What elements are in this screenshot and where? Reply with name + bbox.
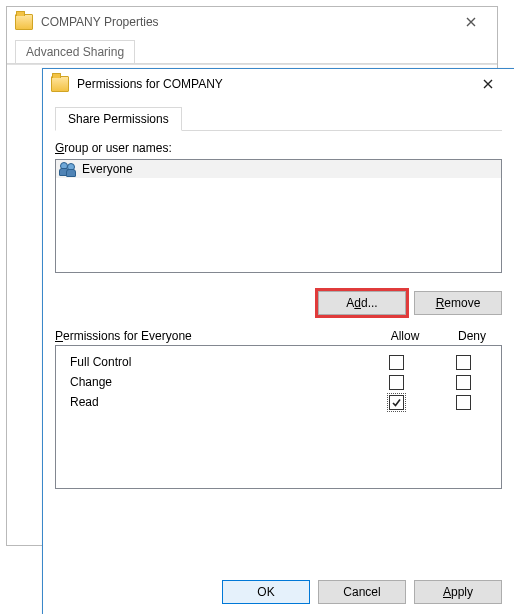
col-deny: Deny (442, 329, 502, 343)
dialog-buttons: OK Cancel Apply (43, 580, 514, 604)
cancel-button[interactable]: Cancel (318, 580, 406, 604)
permissions-grid: Full Control Change Read (55, 345, 502, 489)
permissions-header: Permissions for Everyone Allow Deny (55, 329, 502, 343)
list-item-label: Everyone (82, 162, 133, 176)
properties-tabstrip: Advanced Sharing (7, 37, 497, 64)
properties-close-button[interactable] (453, 9, 489, 35)
apply-button[interactable]: Apply (414, 580, 502, 604)
perm-row-full-control: Full Control (64, 352, 493, 372)
group-user-list[interactable]: Everyone (55, 159, 502, 273)
checkbox-change-allow[interactable] (389, 375, 404, 390)
checkbox-read-allow[interactable] (389, 395, 404, 410)
permissions-close-button[interactable] (470, 71, 506, 97)
permissions-title: Permissions for COMPANY (77, 77, 223, 91)
add-button[interactable]: Add... (318, 291, 406, 315)
tab-share-permissions[interactable]: Share Permissions (55, 107, 182, 131)
checkbox-read-deny[interactable] (456, 395, 471, 410)
checkbox-full-allow[interactable] (389, 355, 404, 370)
remove-button[interactable]: Remove (414, 291, 502, 315)
perm-row-read: Read (64, 392, 493, 412)
col-allow: Allow (368, 329, 442, 343)
folder-icon (51, 76, 69, 92)
properties-title: COMPANY Properties (41, 15, 159, 29)
checkbox-full-deny[interactable] (456, 355, 471, 370)
close-icon (466, 17, 476, 27)
perm-row-change: Change (64, 372, 493, 392)
properties-titlebar: COMPANY Properties (7, 7, 497, 37)
permissions-dialog: Permissions for COMPANY Share Permission… (42, 68, 514, 614)
folder-icon (15, 14, 33, 30)
tab-advanced-sharing[interactable]: Advanced Sharing (15, 40, 135, 63)
ok-button[interactable]: OK (222, 580, 310, 604)
close-icon (483, 79, 493, 89)
list-item-everyone[interactable]: Everyone (56, 160, 501, 178)
checkbox-change-deny[interactable] (456, 375, 471, 390)
group-icon (60, 162, 76, 176)
group-names-label: Group or user names: (55, 141, 502, 155)
permissions-titlebar: Permissions for COMPANY (43, 69, 514, 99)
